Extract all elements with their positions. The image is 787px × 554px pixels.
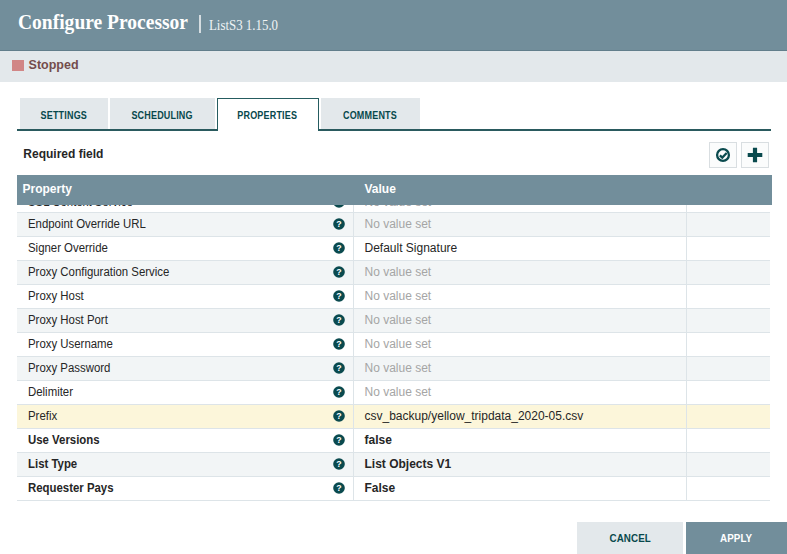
svg-text:?: ?: [336, 243, 341, 253]
svg-text:?: ?: [336, 459, 341, 469]
svg-text:?: ?: [336, 205, 341, 207]
svg-text:?: ?: [336, 387, 341, 397]
svg-text:?: ?: [336, 339, 341, 349]
svg-text:?: ?: [336, 411, 341, 421]
svg-text:?: ?: [336, 435, 341, 445]
svg-text:?: ?: [336, 363, 341, 373]
svg-text:?: ?: [336, 219, 341, 229]
svg-text:?: ?: [336, 267, 341, 277]
svg-text:?: ?: [336, 291, 341, 301]
svg-text:?: ?: [336, 483, 341, 493]
svg-text:?: ?: [336, 315, 341, 325]
